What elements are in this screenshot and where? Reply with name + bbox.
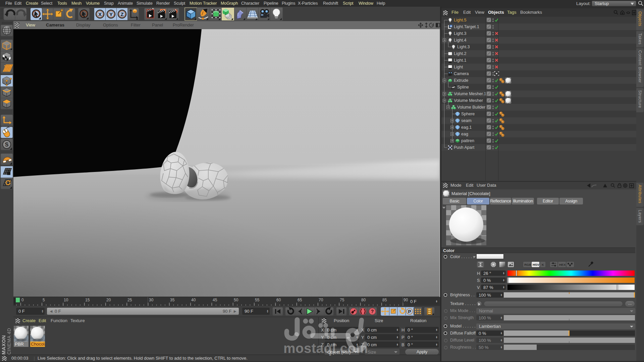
svg-text:?: ? <box>371 309 374 314</box>
svg-text:K: K <box>542 263 544 266</box>
svg-text:10: 10 <box>64 298 68 302</box>
svg-text:80: 80 <box>361 298 366 302</box>
svg-text:40: 40 <box>191 298 196 302</box>
svg-text:55: 55 <box>255 298 260 302</box>
svg-text:RGB: RGB <box>524 263 531 266</box>
svg-text:25: 25 <box>127 298 132 302</box>
svg-text:5: 5 <box>43 298 45 302</box>
svg-text:X: X <box>98 11 102 17</box>
svg-text:60: 60 <box>276 298 281 302</box>
svg-text:70: 70 <box>319 298 323 302</box>
svg-text:90: 90 <box>404 298 408 302</box>
svg-text:75: 75 <box>340 298 344 302</box>
svg-text:S: S <box>5 142 9 147</box>
svg-text:Z: Z <box>120 11 123 17</box>
svg-text:15: 15 <box>85 298 90 302</box>
svg-text:45: 45 <box>213 298 217 302</box>
svg-text:Y: Y <box>109 11 113 17</box>
svg-text:P: P <box>408 309 411 314</box>
svg-text:50: 50 <box>234 298 238 302</box>
svg-text:HEX: HEX <box>559 263 566 266</box>
svg-text:30: 30 <box>149 298 154 302</box>
svg-text:85: 85 <box>382 298 387 302</box>
svg-text:35: 35 <box>170 298 175 302</box>
svg-text:0: 0 <box>21 298 24 302</box>
svg-text:20: 20 <box>106 298 111 302</box>
svg-text:65: 65 <box>298 298 302 302</box>
svg-text:HSV: HSV <box>533 263 539 266</box>
